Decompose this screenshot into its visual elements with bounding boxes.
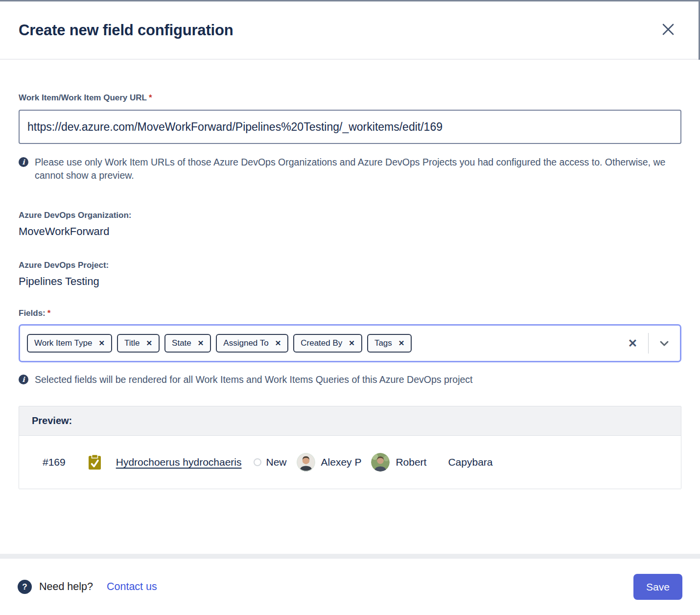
created-by-avatar bbox=[371, 453, 390, 472]
organization-label: Azure DevOps Organization: bbox=[19, 211, 681, 220]
footer-divider bbox=[0, 554, 700, 559]
remove-field-icon[interactable]: ✕ bbox=[146, 339, 153, 348]
url-info-note: i Please use only Work Item URLs of thos… bbox=[19, 156, 670, 182]
field-chip-label: Created By bbox=[301, 338, 342, 348]
field-chip: State✕ bbox=[164, 334, 211, 353]
required-asterisk: * bbox=[149, 93, 152, 102]
work-item-id: #169 bbox=[43, 456, 66, 468]
modal-top-edge bbox=[0, 0, 700, 1]
remove-field-icon[interactable]: ✕ bbox=[275, 339, 281, 348]
info-icon: i bbox=[19, 157, 28, 167]
field-chip: Assigned To✕ bbox=[216, 334, 288, 353]
work-item-row: #169 Hydrochoerus hydrochaeris New bbox=[19, 436, 681, 489]
organization-value: MoveWorkForward bbox=[19, 225, 681, 238]
field-chip-label: Tags bbox=[374, 338, 392, 348]
assigned-to-name: Alexey P bbox=[321, 456, 362, 468]
selected-field-chips: Work Item Type✕Title✕State✕Assigned To✕C… bbox=[27, 334, 628, 353]
fields-info-note: i Selected fields will be rendered for a… bbox=[19, 373, 670, 386]
save-button[interactable]: Save bbox=[633, 574, 682, 600]
field-chip-label: Title bbox=[124, 338, 140, 348]
remove-field-icon[interactable]: ✕ bbox=[349, 339, 355, 348]
field-chip-label: State bbox=[172, 338, 191, 348]
select-divider bbox=[648, 333, 649, 354]
info-icon: i bbox=[19, 375, 28, 384]
required-asterisk: * bbox=[47, 308, 51, 318]
assigned-to-avatar bbox=[297, 453, 315, 472]
fields-label: Fields:* bbox=[19, 308, 681, 318]
close-icon bbox=[661, 22, 676, 38]
remove-field-icon[interactable]: ✕ bbox=[198, 339, 204, 348]
field-chip-label: Assigned To bbox=[223, 338, 268, 348]
work-item-title-link[interactable]: Hydrochoerus hydrochaeris bbox=[116, 456, 242, 468]
work-item-url-input[interactable] bbox=[19, 110, 681, 144]
field-chip: Tags✕ bbox=[367, 334, 412, 353]
modal-body: Work Item/Work Item Query URL* i Please … bbox=[0, 93, 700, 489]
fields-info-note-text: Selected fields will be rendered for all… bbox=[35, 373, 473, 386]
url-field-label-text: Work Item/Work Item Query URL bbox=[19, 93, 147, 102]
created-by-name: Robert bbox=[396, 456, 426, 468]
url-info-note-text: Please use only Work Item URLs of those … bbox=[35, 156, 670, 182]
need-help-text: Need help? bbox=[39, 581, 93, 593]
work-item-tags: Capybara bbox=[448, 456, 492, 468]
remove-field-icon[interactable]: ✕ bbox=[98, 339, 105, 348]
remove-field-icon[interactable]: ✕ bbox=[398, 339, 405, 348]
contact-us-link[interactable]: Contact us bbox=[107, 581, 157, 593]
chevron-down-icon[interactable] bbox=[658, 337, 670, 349]
question-mark-icon: ? bbox=[18, 580, 32, 594]
fields-label-text: Fields: bbox=[19, 308, 46, 318]
field-chip: Title✕ bbox=[117, 334, 160, 353]
field-chip: Created By✕ bbox=[293, 334, 362, 353]
field-chip: Work Item Type✕ bbox=[27, 334, 112, 353]
preview-panel: Preview: #169 Hydrochoerus hydrochaeris … bbox=[19, 406, 681, 489]
project-label: Azure DevOps Project: bbox=[19, 260, 681, 270]
task-clipboard-icon bbox=[87, 454, 102, 471]
state-dot-icon bbox=[254, 458, 261, 466]
clear-all-icon[interactable]: ✕ bbox=[628, 337, 637, 350]
preview-header: Preview: bbox=[19, 406, 681, 436]
modal-header: Create new field configuration bbox=[0, 0, 700, 60]
fields-multiselect[interactable]: Work Item Type✕Title✕State✕Assigned To✕C… bbox=[19, 324, 681, 362]
modal-footer: ? Need help? Contact us Save bbox=[0, 554, 700, 615]
close-button[interactable] bbox=[660, 22, 677, 39]
modal-title: Create new field configuration bbox=[19, 22, 233, 39]
project-value: Pipelines Testing bbox=[19, 275, 681, 288]
url-field-label: Work Item/Work Item Query URL* bbox=[19, 93, 681, 103]
field-chip-label: Work Item Type bbox=[34, 338, 92, 348]
work-item-state: New bbox=[266, 456, 287, 468]
